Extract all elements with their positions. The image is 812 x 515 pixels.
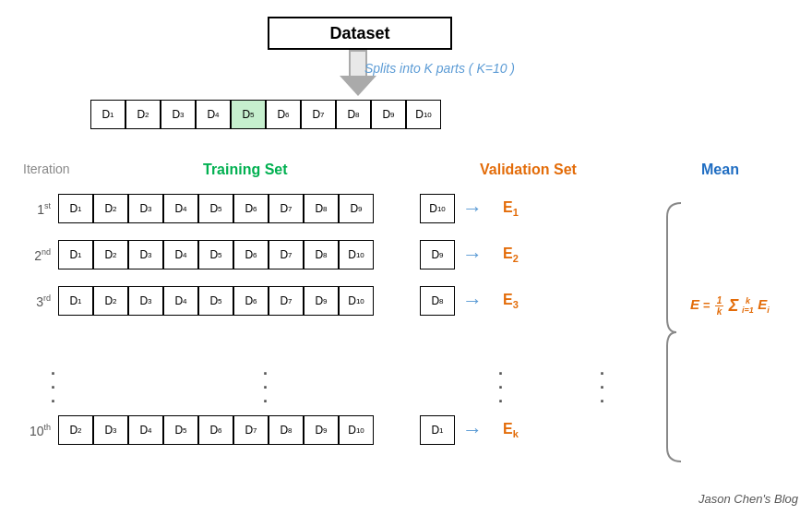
arrow-right-1: →: [462, 243, 483, 267]
train-cell-2-6: D7: [269, 286, 304, 316]
arrow-right-0: →: [462, 197, 483, 221]
train-cell-3-3: D5: [163, 415, 198, 445]
dots-mid-3: .: [263, 388, 268, 407]
train-cell-2-4: D5: [198, 286, 233, 316]
iter-row-0: 1stD1D2D3D4D5D6D7D8D9D10→E1: [9, 194, 519, 223]
dots-err-3: .: [600, 388, 604, 407]
train-cell-3-0: D2: [58, 415, 93, 445]
training-cells-3: D2D3D4D5D6D7D8D9D10: [58, 415, 374, 445]
error-label-1: E2: [503, 246, 519, 264]
dots-val-3: .: [498, 388, 503, 407]
train-cell-2-5: D6: [233, 286, 269, 316]
formula-e: E: [690, 296, 699, 312]
splits-text: Splits into K parts ( K=10 ): [364, 61, 515, 76]
train-cell-1-1: D2: [93, 240, 128, 269]
error-label-0: E1: [503, 199, 519, 218]
train-cell-0-1: D2: [93, 194, 128, 223]
train-cell-1-8: D10: [339, 240, 374, 269]
error-label-2: E3: [503, 292, 519, 310]
train-cell-1-5: D6: [233, 240, 269, 269]
training-cells-1: D1D2D3D4D5D6D7D8D10: [58, 240, 374, 269]
train-cell-2-8: D10: [339, 286, 374, 316]
train-cell-0-5: D6: [233, 194, 269, 223]
train-cell-0-6: D7: [269, 194, 304, 223]
top-data-cell-3: D4: [196, 100, 231, 129]
top-data-cell-8: D9: [371, 100, 406, 129]
val-cell-2-0: D8: [420, 286, 455, 316]
val-cell-3-0: D1: [420, 415, 455, 445]
train-cell-3-1: D3: [93, 415, 128, 445]
train-cell-2-1: D2: [93, 286, 128, 316]
top-data-cell-1: D2: [125, 100, 161, 129]
train-cell-3-5: D7: [233, 415, 269, 445]
watermark: Jason Chen's Blog: [699, 492, 798, 506]
val-cells-2: D8: [420, 286, 455, 316]
col-training-header: Training Set: [203, 162, 288, 178]
train-cell-2-7: D9: [304, 286, 339, 316]
top-data-cell-2: D3: [161, 100, 196, 129]
train-cell-1-4: D5: [198, 240, 233, 269]
train-cell-3-4: D6: [198, 415, 233, 445]
train-cell-0-3: D4: [163, 194, 198, 223]
top-data-cell-7: D8: [336, 100, 371, 129]
train-cell-1-3: D4: [163, 240, 198, 269]
formula-sigma-bounds: k i=1: [742, 296, 758, 305]
dataset-label: Dataset: [329, 24, 389, 43]
formula-box: E = 1 k Σ k i=1 Ei: [690, 295, 770, 317]
iter-label-3: 10th: [9, 423, 51, 438]
iter-label-0: 1st: [9, 201, 51, 217]
iter-label-2: 3rd: [9, 293, 51, 309]
top-data-cell-4: D5: [231, 100, 266, 129]
arrow-head: [340, 76, 376, 96]
train-cell-0-8: D9: [339, 194, 374, 223]
train-cell-1-7: D8: [304, 240, 339, 269]
top-data-cell-9: D10: [406, 100, 441, 129]
top-data-row: D1D2D3D4D5D6D7D8D9D10: [90, 100, 441, 129]
val-cell-1-0: D9: [420, 240, 455, 269]
train-cell-1-0: D1: [58, 240, 93, 269]
iter-label-1: 2nd: [9, 247, 51, 263]
formula-ei: Ei: [758, 296, 770, 312]
train-cell-0-7: D8: [304, 194, 339, 223]
top-data-cell-0: D1: [90, 100, 125, 129]
iter-row-2: 3rdD1D2D3D4D5D6D7D9D10D8→E3: [9, 286, 519, 316]
top-data-cell-6: D7: [301, 100, 336, 129]
dots-3: .: [51, 388, 55, 407]
train-cell-3-8: D10: [339, 415, 374, 445]
iter-row-1: 2ndD1D2D3D4D5D6D7D8D10D9→E2: [9, 240, 519, 269]
formula-fraction: 1 k: [713, 299, 729, 312]
formula-equals: =: [703, 298, 713, 312]
error-label-3: Ek: [503, 421, 519, 439]
train-cell-2-2: D3: [128, 286, 163, 316]
col-iteration-header: Iteration: [23, 162, 70, 176]
train-cell-2-0: D1: [58, 286, 93, 316]
iter-row-3: 10thD2D3D4D5D6D7D8D9D10D1→Ek: [9, 415, 519, 445]
val-cells-3: D1: [420, 415, 455, 445]
curly-brace: [663, 198, 690, 466]
arrow-right-3: →: [462, 418, 483, 442]
train-cell-0-0: D1: [58, 194, 93, 223]
val-cell-0-0: D10: [420, 194, 455, 223]
train-cell-1-2: D3: [128, 240, 163, 269]
training-cells-0: D1D2D3D4D5D6D7D8D9: [58, 194, 374, 223]
top-data-cell-5: D6: [266, 100, 301, 129]
col-validation-header: Validation Set: [480, 162, 577, 178]
col-mean-header: Mean: [701, 162, 739, 178]
formula-sigma: Σ: [729, 296, 739, 315]
train-cell-2-3: D4: [163, 286, 198, 316]
dataset-box: Dataset: [268, 17, 452, 50]
val-cells-0: D10: [420, 194, 455, 223]
train-cell-3-7: D9: [304, 415, 339, 445]
train-cell-0-2: D3: [128, 194, 163, 223]
val-cells-1: D9: [420, 240, 455, 269]
arrow-right-2: →: [462, 289, 483, 313]
train-cell-3-6: D8: [269, 415, 304, 445]
train-cell-3-2: D4: [128, 415, 163, 445]
train-cell-1-6: D7: [269, 240, 304, 269]
training-cells-2: D1D2D3D4D5D6D7D9D10: [58, 286, 374, 316]
train-cell-0-4: D5: [198, 194, 233, 223]
